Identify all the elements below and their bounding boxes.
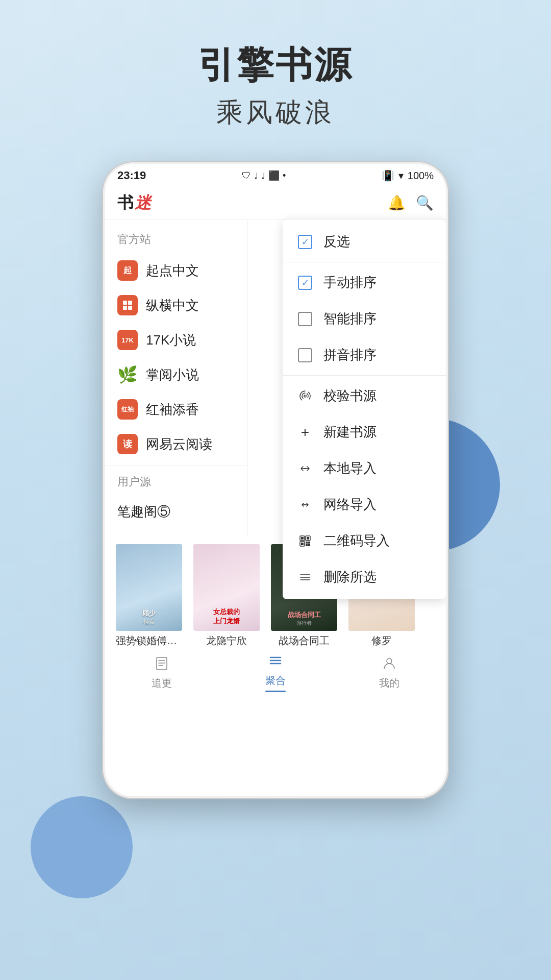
status-icons: 🛡 ♩ ♩ ⬛ • [242,170,286,181]
menu-item-verify[interactable]: 校验书源 [283,378,446,414]
menu-divider-1 [283,262,446,262]
stop-icon: ⬛ [268,170,280,181]
app-logo: 书 迷 [117,192,151,214]
source-divider [105,465,247,466]
17k-icon: 17K [117,330,138,350]
book-cover-1: 顾少 轻点 [116,544,182,631]
source-item-17k[interactable]: 17K 17K小说 [105,323,247,357]
tiktok-icon1: ♩ [254,171,258,181]
aggregate-icon [268,653,283,672]
user-section-label: 用户源 [105,470,247,496]
smart-sort-checkbox [297,311,313,327]
zhangyue-name: 掌阅小说 [146,366,199,384]
phone-frame: 23:19 🛡 ♩ ♩ ⬛ • 📳 ▾ 100% 书 迷 [102,161,449,799]
wangyi-icon: 读 [117,434,138,454]
checkbox-checked-icon: ✓ [298,235,312,249]
logo-char2: 迷 [135,192,151,214]
hero-sub-title: 乘风破浪 [0,95,551,131]
dot-icon: • [283,170,286,181]
wangyi-name: 网易云阅读 [146,435,212,453]
nav-item-aggregate[interactable]: 聚合 [245,649,306,696]
hero-main-title: 引擎书源 [0,41,551,90]
source-item-zongheng[interactable]: 纵横中文 [105,288,247,323]
phone-inner: 23:19 🛡 ♩ ♩ ⬛ • 📳 ▾ 100% 书 迷 [105,164,446,796]
status-time: 23:19 [117,169,146,182]
svg-rect-3 [128,306,132,310]
verify-label: 校验书源 [323,387,377,405]
menu-item-reverse-select[interactable]: ✓ 反选 [283,224,446,260]
menu-item-local-import[interactable]: 本地导入 [283,450,446,486]
menu-item-qr-import[interactable]: 二维码导入 [283,523,446,559]
menu-divider-2 [283,375,446,376]
book-title-2: 龙隐宁欣 [193,634,260,648]
smart-sort-label: 智能排序 [323,310,377,328]
source-item-wangyi[interactable]: 读 网易云阅读 [105,427,247,461]
svg-rect-17 [157,657,167,670]
book-title-3: 战场合同工 [271,634,337,648]
network-import-icon [297,497,313,513]
book-item-1[interactable]: 顾少 轻点 强势锁婚傅少钦... [113,544,185,648]
biquge-name: 笔趣阁⑤ [117,503,170,521]
svg-rect-12 [306,544,308,546]
new-source-label: 新建书源 [323,423,377,441]
book-title-4: 修罗 [348,634,415,648]
fingerprint-icon [297,388,313,404]
bottom-nav: 追更 聚合 [105,652,446,693]
delete-selected-label: 删除所选 [323,568,377,586]
17k-name: 17K小说 [146,331,196,349]
menu-item-delete-selected[interactable]: 删除所选 [283,559,446,595]
book-cover-2: 女总裁的 上门龙婿 [193,544,260,631]
mine-icon [382,655,397,674]
zongheng-name: 纵横中文 [146,297,199,314]
svg-rect-5 [301,537,304,540]
menu-item-smart-sort[interactable]: 智能排序 [283,301,446,337]
tiktok-icon2: ♩ [261,171,265,181]
book-item-2[interactable]: 女总裁的 上门龙婿 龙隐宁欣 [191,544,262,648]
header-icons: 🔔 🔍 [388,194,434,211]
hongxiu-icon: 红袖 [117,399,138,420]
checkbox-empty-icon1 [298,312,312,326]
source-item-zhangyue[interactable]: 🌿 掌阅小说 [105,357,247,392]
menu-item-new-source[interactable]: + 新建书源 [283,414,446,450]
source-item-hongxiu[interactable]: 红袖 红袖添香 [105,392,247,427]
menu-item-manual-sort[interactable]: ✓ 手动排序 [283,264,446,301]
aggregate-label: 聚合 [265,674,286,688]
bell-icon[interactable]: 🔔 [388,194,406,211]
svg-rect-2 [123,306,127,310]
svg-point-24 [387,658,392,664]
pinyin-sort-checkbox [297,347,313,363]
follow-icon [154,655,169,674]
checkbox-empty-icon2 [298,348,312,362]
nav-item-mine[interactable]: 我的 [359,651,420,694]
mine-label: 我的 [379,676,399,690]
status-bar: 23:19 🛡 ♩ ♩ ⬛ • 📳 ▾ 100% [105,164,446,187]
source-item-biquge[interactable]: 笔趣阁⑤ [105,496,247,528]
app-header: 书 迷 🔔 🔍 [105,187,446,219]
nav-item-follow[interactable]: 追更 [131,651,192,694]
qidian-icon: 起 [117,260,138,281]
pinyin-sort-label: 拼音排序 [323,346,377,364]
zongheng-icon [117,295,138,315]
follow-label: 追更 [152,676,172,690]
protect-icon: 🛡 [242,170,251,181]
qidian-name: 起点中文 [146,262,199,280]
svg-rect-7 [307,537,309,540]
menu-item-pinyin-sort[interactable]: 拼音排序 [283,337,446,373]
search-icon[interactable]: 🔍 [416,194,434,211]
main-content: 官方站 起 起点中文 [105,219,446,536]
svg-rect-1 [128,301,132,305]
official-section-label: 官方站 [105,228,247,253]
delete-icon [297,569,313,585]
zhangyue-icon: 🌿 [117,364,138,385]
vibrate-icon: 📳 [382,169,394,182]
menu-item-network-import[interactable]: 网络导入 [283,486,446,523]
hongxiu-name: 红袖添香 [146,401,199,419]
qr-icon [297,533,313,549]
source-item-qidian[interactable]: 起 起点中文 [105,253,247,288]
reverse-select-label: 反选 [323,233,350,251]
manual-sort-label: 手动排序 [323,274,377,291]
svg-rect-0 [123,301,127,305]
wifi-icon: ▾ [398,169,404,182]
dropdown-menu: ✓ 反选 ✓ 手动排序 [283,219,446,599]
aggregate-active-bar [265,691,286,692]
